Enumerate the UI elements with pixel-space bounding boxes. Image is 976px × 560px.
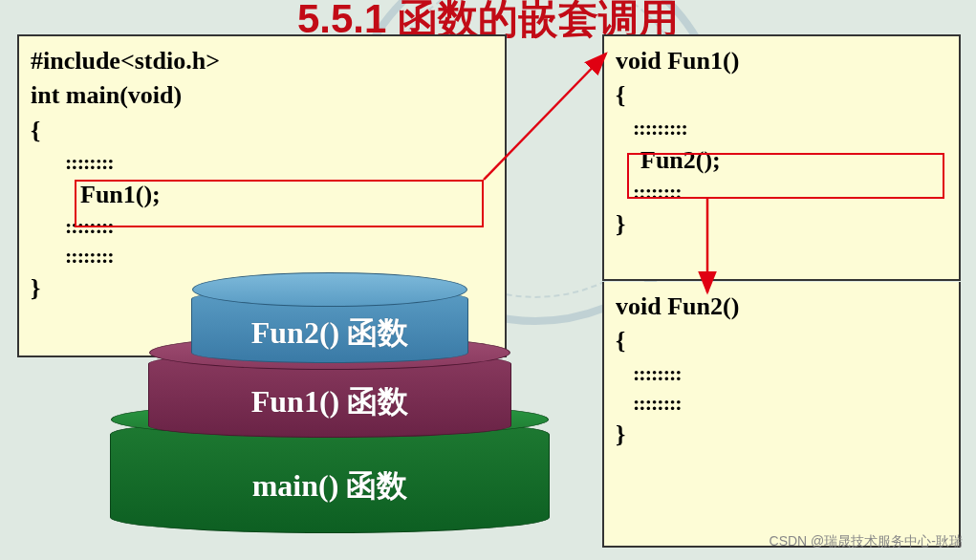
code-line: :::::::: <box>616 389 947 419</box>
code-line: { <box>31 114 493 148</box>
code-line: { <box>616 324 947 358</box>
code-line: void Fun2() <box>616 290 947 324</box>
call-stack-illustration: main() 函数 Fun1() 函数 Fun2() 函数 <box>105 268 554 560</box>
code-box-fun2: void Fun2() { :::::::: :::::::: } <box>602 282 961 548</box>
stack-cylinder-fun1: Fun1() 函数 <box>148 352 511 438</box>
stack-label-main: main() 函数 <box>111 465 549 507</box>
watermark: CSDN @瑞晟技术服务中心-耿瑞 <box>770 533 963 550</box>
highlight-fun1-call <box>75 180 484 227</box>
stack-label-fun2: Fun2() 函数 <box>192 312 467 355</box>
code-line: int main(void) <box>31 78 493 113</box>
code-line: #include<stdio.h> <box>31 44 493 78</box>
code-line: void Fun1() <box>616 44 947 78</box>
highlight-fun2-call <box>627 153 944 199</box>
code-line: ::::::::: <box>616 114 947 143</box>
code-line: } <box>616 418 947 452</box>
code-line: :::::::: <box>616 359 947 389</box>
stack-cylinder-fun2: Fun2() 函数 <box>191 289 468 363</box>
stack-label-fun1: Fun1() 函数 <box>149 381 510 423</box>
code-line: :::::::: <box>31 148 493 178</box>
code-line: { <box>616 78 947 113</box>
code-line: } <box>616 207 947 242</box>
